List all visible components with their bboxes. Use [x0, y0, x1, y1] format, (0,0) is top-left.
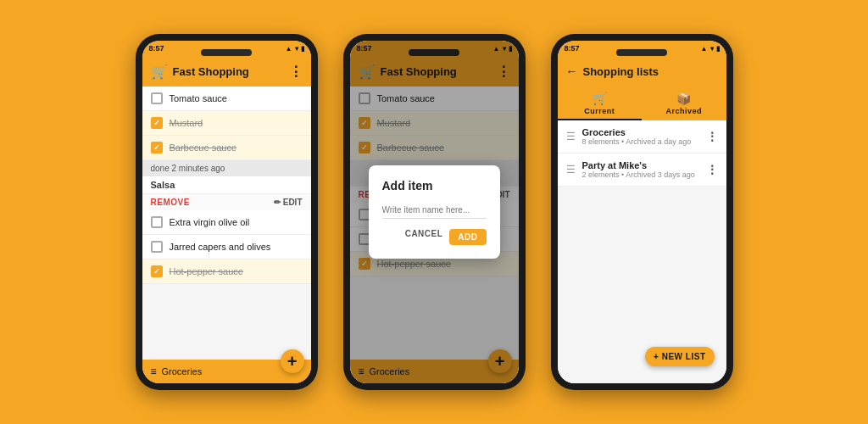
- tab-current-label: Current: [584, 107, 615, 115]
- list-meta-groceries: 8 elements • Archived a day ago: [582, 137, 699, 146]
- dialog-cancel-button[interactable]: CANCEL: [405, 229, 443, 245]
- list-item-barbecue[interactable]: Barbecue sauce: [142, 136, 311, 160]
- checkbox-capers[interactable]: [151, 241, 163, 253]
- new-list-fab-label: + NEW LIST: [654, 352, 705, 361]
- tab-current[interactable]: 🛒 Current: [558, 86, 643, 120]
- back-icon[interactable]: ←: [566, 64, 578, 78]
- app-title-1: Fast Shopping: [173, 65, 284, 78]
- list-name-groceries: Groceries: [582, 127, 699, 137]
- lists-title: Shopping lists: [583, 65, 659, 78]
- phone-1: 8:57 ▲ ▾ ▮ 🛒 Fast Shopping ⋮ Tomato sauc…: [136, 34, 318, 390]
- phone-notch-3: [616, 49, 667, 56]
- list-item-tomato[interactable]: Tomato sauce: [142, 86, 311, 111]
- tab-current-icon: 🛒: [593, 92, 608, 105]
- list-name-party: Party at Mike's: [582, 160, 699, 170]
- list-content-1: Tomato sauce Mustard Barbecue sauce done…: [142, 86, 311, 360]
- checkbox-tomato[interactable]: [151, 92, 163, 104]
- dialog-actions: CANCEL ADD: [382, 229, 487, 245]
- checkbox-barbecue[interactable]: [151, 142, 163, 153]
- drag-icon-party: ☰: [566, 164, 576, 176]
- tab-archived[interactable]: 📦 Archived: [642, 86, 726, 120]
- list-meta-party: 2 elements • Archived 3 days ago: [582, 170, 699, 179]
- tab-archived-label: Archived: [665, 107, 702, 115]
- item-text-capers: Jarred capers and olives: [170, 242, 271, 252]
- item-text-olive: Extra virgin olive oil: [170, 217, 250, 227]
- list-more-groceries[interactable]: ⋮: [706, 130, 718, 143]
- done-label-1: done 2 minutes ago: [151, 164, 225, 173]
- lists-app-bar: ← Shopping lists: [558, 56, 726, 86]
- signal-icon-3: ▲: [701, 45, 708, 53]
- list-item-hotpepper[interactable]: Hot-pepper sauce: [142, 259, 311, 284]
- battery-icon: ▮: [301, 45, 304, 53]
- wifi-icon: ▾: [295, 45, 298, 53]
- item-text-tomato: Tomato sauce: [170, 93, 227, 103]
- list-item-mustard[interactable]: Mustard: [142, 111, 311, 136]
- cart-icon-1: 🛒: [151, 64, 168, 80]
- status-icons-1: ▲ ▾ ▮: [286, 45, 304, 53]
- new-list-fab[interactable]: + NEW LIST: [645, 347, 714, 366]
- remove-button-1[interactable]: REMOVE: [151, 198, 190, 207]
- section-header-1: Salsa: [142, 176, 311, 193]
- time-3: 8:57: [565, 44, 580, 53]
- wifi-icon-3: ▾: [710, 45, 714, 53]
- dialog-overlay: Add item CANCEL ADD: [350, 41, 519, 383]
- dialog-title: Add item: [382, 179, 487, 192]
- more-icon-1[interactable]: ⋮: [289, 64, 303, 80]
- tabs-bar: 🛒 Current 📦 Archived: [558, 86, 726, 120]
- list-info-groceries: Groceries 8 elements • Archived a day ag…: [582, 127, 699, 146]
- signal-icon: ▲: [286, 45, 292, 53]
- tab-archived-icon: 📦: [676, 92, 692, 105]
- item-text-mustard: Mustard: [170, 118, 203, 128]
- add-item-dialog: Add item CANCEL ADD: [369, 165, 500, 259]
- done-section-1: done 2 minutes ago: [142, 160, 311, 176]
- bottom-list-name-1: Groceries: [162, 366, 203, 377]
- time-1: 8:57: [149, 44, 164, 53]
- fab-1[interactable]: +: [281, 349, 304, 373]
- list-more-party[interactable]: ⋮: [706, 163, 718, 176]
- shopping-list-groceries[interactable]: ☰ Groceries 8 elements • Archived a day …: [558, 120, 726, 153]
- item-text-barbecue: Barbecue sauce: [170, 142, 237, 153]
- phone-3: 8:57 ▲ ▾ ▮ ← Shopping lists 🛒 Current 📦 …: [551, 34, 733, 390]
- checkbox-mustard[interactable]: [151, 117, 163, 129]
- app-bar-1: 🛒 Fast Shopping ⋮: [142, 56, 311, 86]
- checkbox-hotpepper[interactable]: [151, 265, 163, 277]
- status-icons-3: ▲ ▾ ▮: [701, 45, 720, 53]
- battery-icon-3: ▮: [716, 45, 720, 53]
- dialog-add-button[interactable]: ADD: [449, 229, 486, 245]
- shopping-list-party[interactable]: ☰ Party at Mike's 2 elements • Archived …: [558, 153, 726, 187]
- lists-content: ☰ Groceries 8 elements • Archived a day …: [558, 120, 726, 383]
- item-text-hotpepper: Hot-pepper sauce: [170, 266, 243, 276]
- action-bar-1: REMOVE ✏ EDIT: [142, 193, 311, 210]
- list-item-capers[interactable]: Jarred capers and olives: [142, 235, 311, 259]
- phone-notch-1: [201, 49, 252, 56]
- dialog-input[interactable]: [382, 202, 487, 219]
- phone-2: 8:57 ▲ ▾ ▮ 🛒 Fast Shopping ⋮ Tomato sauc…: [343, 34, 526, 390]
- list-info-party: Party at Mike's 2 elements • Archived 3 …: [582, 160, 699, 179]
- drag-icon-groceries: ☰: [566, 131, 576, 142]
- checkbox-olive[interactable]: [151, 216, 163, 228]
- hamburger-icon-1[interactable]: ≡: [151, 365, 157, 377]
- list-item-olive[interactable]: Extra virgin olive oil: [142, 210, 311, 235]
- edit-button-1[interactable]: ✏ EDIT: [274, 198, 303, 207]
